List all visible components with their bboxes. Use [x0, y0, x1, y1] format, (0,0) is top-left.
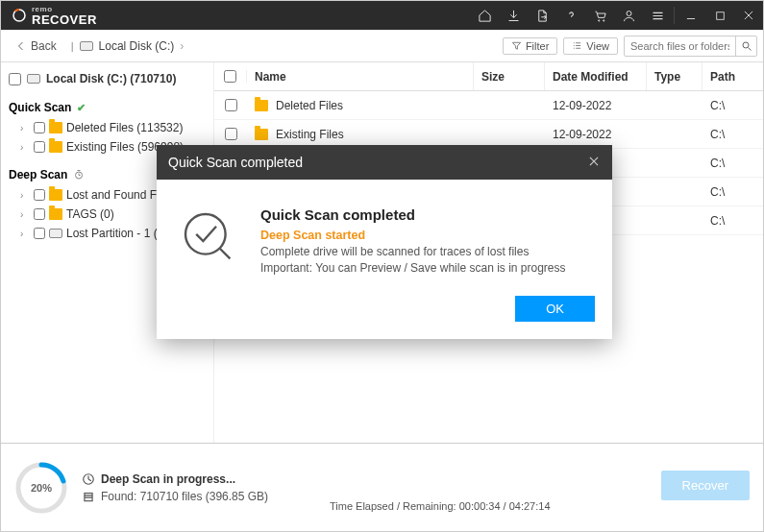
search-icon	[741, 40, 752, 52]
tree-item-label: Deleted Files (113532)	[66, 121, 183, 134]
item-checkbox[interactable]	[34, 208, 45, 220]
recover-button[interactable]: Recover	[661, 471, 750, 500]
modal-close-icon[interactable]	[587, 155, 601, 171]
footer-info: Deep Scan in progress... Found: 710710 f…	[82, 472, 268, 503]
clock-icon	[73, 169, 85, 181]
checkmark-icon	[178, 206, 239, 275]
col-path[interactable]: Path	[702, 62, 763, 90]
window-titlebar: remo RECOVER	[1, 1, 763, 30]
back-button[interactable]: Back	[7, 36, 65, 57]
time-value: 00:00:34 / 04:27:14	[459, 500, 551, 512]
view-button[interactable]: View	[563, 37, 618, 55]
expand-icon[interactable]: ›	[20, 123, 30, 133]
menu-icon[interactable]	[643, 1, 672, 30]
folder-icon	[49, 208, 62, 220]
search-input[interactable]	[625, 38, 735, 54]
cell-path: C:\	[702, 185, 732, 199]
expand-icon[interactable]: ›	[20, 190, 30, 201]
ok-button[interactable]: OK	[515, 296, 595, 322]
breadcrumb-location: Local Disk (C:)	[99, 39, 175, 53]
folder-icon	[49, 141, 62, 153]
check-icon: ✔	[77, 102, 86, 114]
search-button[interactable]	[735, 36, 756, 57]
expand-icon[interactable]: ›	[20, 209, 30, 220]
folder-icon	[49, 189, 62, 201]
modal-title: Quick Scan completed	[168, 155, 303, 170]
files-icon	[82, 490, 95, 503]
cell-date: 12-09-2022	[545, 99, 647, 112]
modal-line: Complete drive will be scanned for trace…	[260, 245, 566, 258]
item-checkbox[interactable]	[34, 141, 45, 153]
table-header: Name Size Date Modified Type Path	[214, 62, 763, 91]
search-wrap	[624, 36, 757, 57]
row-checkbox[interactable]	[225, 128, 237, 140]
scan-icon	[82, 472, 95, 486]
breadcrumb-toolbar: Back | Local Disk (C:) › Filter View	[1, 30, 763, 62]
modal-line: Important: You can Preview / Save while …	[260, 261, 566, 275]
svg-rect-2	[716, 12, 724, 19]
modal-subheading: Deep Scan started	[260, 229, 566, 242]
table-row[interactable]: Deleted Files 12-09-2022 C:\	[214, 91, 763, 120]
filter-icon	[511, 40, 522, 51]
quick-scan-modal: Quick Scan completed Quick Scan complete…	[157, 145, 612, 339]
cell-path: C:\	[702, 214, 732, 228]
found-line: Found: 710710 files (396.85 GB)	[101, 490, 268, 503]
disk-icon	[80, 41, 93, 51]
tree-item-deleted-files[interactable]: › Deleted Files (113532)	[7, 118, 208, 137]
root-checkbox[interactable]	[9, 73, 21, 85]
tree-root[interactable]: Local Disk (C:) (710710)	[7, 68, 208, 89]
cell-name: Deleted Files	[276, 99, 343, 112]
help-icon[interactable]	[556, 1, 585, 30]
progress-percent: 20%	[14, 461, 68, 515]
folder-icon	[255, 129, 268, 140]
quick-scan-section: Quick Scan ✔	[7, 97, 208, 118]
window-minimize[interactable]	[677, 1, 705, 30]
window-maximize[interactable]	[705, 1, 734, 30]
cell-name: Existing Files	[276, 128, 344, 141]
col-name[interactable]: Name	[247, 62, 474, 90]
back-arrow-icon	[15, 40, 27, 52]
user-icon[interactable]	[614, 1, 643, 30]
modal-header: Quick Scan completed	[157, 145, 612, 180]
item-checkbox[interactable]	[34, 122, 45, 133]
chevron-right-icon: ›	[180, 39, 184, 53]
col-type[interactable]: Type	[647, 62, 702, 90]
breadcrumb[interactable]: Local Disk (C:) ›	[80, 39, 185, 53]
app-logo: remo RECOVER	[1, 6, 107, 26]
col-date[interactable]: Date Modified	[545, 62, 647, 90]
expand-icon[interactable]: ›	[20, 229, 30, 239]
row-checkbox[interactable]	[225, 99, 237, 111]
download-icon[interactable]	[499, 1, 528, 30]
view-label: View	[586, 40, 609, 52]
disk-icon	[27, 74, 40, 84]
cell-path: C:\	[702, 128, 732, 141]
home-icon[interactable]	[470, 1, 499, 30]
progress-ring: 20%	[14, 461, 68, 515]
filter-button[interactable]: Filter	[503, 37, 557, 55]
cart-icon[interactable]	[585, 1, 614, 30]
cell-path: C:\	[702, 157, 732, 170]
folder-icon	[49, 122, 62, 133]
brand-name: RECOVER	[32, 12, 97, 27]
col-size[interactable]: Size	[474, 62, 545, 90]
tree-item-label: Lost Partition - 1 ()	[66, 227, 161, 240]
item-checkbox[interactable]	[34, 189, 45, 201]
root-label: Local Disk (C:) (710710)	[46, 72, 176, 85]
svg-point-3	[743, 42, 749, 48]
modal-heading: Quick Scan completed	[260, 206, 566, 223]
select-all-checkbox[interactable]	[224, 70, 236, 83]
svg-point-9	[185, 214, 226, 254]
time-label: Time Elapsed / Remaining:	[330, 500, 456, 512]
cell-path: C:\	[702, 99, 732, 112]
tree-item-label: TAGS (0)	[66, 207, 114, 221]
time-info: Time Elapsed / Remaining: 00:00:34 / 04:…	[330, 500, 551, 512]
item-checkbox[interactable]	[34, 228, 45, 239]
folder-icon	[255, 100, 268, 111]
export-icon[interactable]	[528, 1, 556, 30]
back-label: Back	[31, 39, 57, 53]
filter-label: Filter	[526, 40, 549, 52]
expand-icon[interactable]: ›	[20, 142, 30, 153]
quick-scan-label: Quick Scan	[9, 101, 71, 114]
status-line: Deep Scan in progress...	[101, 472, 235, 486]
window-close[interactable]	[734, 1, 763, 30]
